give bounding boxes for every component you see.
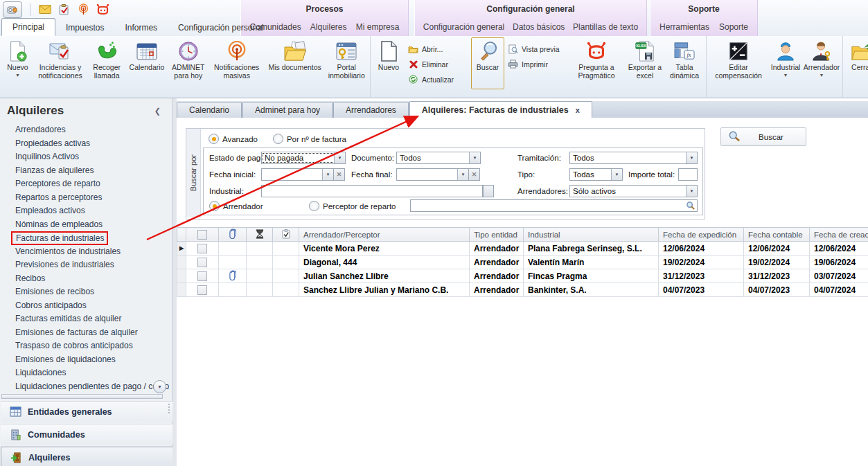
col-header-arrendador-perceptor[interactable]: Arrendador/Perceptor [299,228,470,242]
sidebar-item-empleados[interactable]: Empleados activos [0,204,172,218]
sidebar-item-facturas-emitidas[interactable]: Facturas emitidas de alquiler [0,312,172,326]
new-record-button[interactable]: Nuevo [373,37,405,89]
adminet-today-button[interactable]: ADMINET para hoy [168,37,209,89]
close-tab-icon[interactable]: x [576,106,580,114]
estado-de-pago-select[interactable]: No pagada ▼ [261,152,346,164]
edit-compensation-button[interactable]: Editar compensación [709,37,768,89]
industrial-button[interactable]: Industrial ▼ [768,37,803,89]
ribbon-tab-impuestos[interactable]: Impuestos [55,19,114,36]
row-checkbox[interactable] [186,283,219,297]
table-row[interactable]: Sanchez Llibre Julian y Mariano C.B. Arr… [177,283,868,297]
sidebar-item-cobros-anticipados[interactable]: Cobros anticipados [0,299,172,313]
collapse-sidebar-icon[interactable]: ❮ [154,107,161,116]
chevron-down-icon[interactable]: ▼ [469,152,480,163]
radio-por-numero-factura[interactable]: Por nº de factura [273,134,346,144]
table-row[interactable]: Julian Sanchez Llibre Arrendador Fincas … [177,269,868,283]
sidebar-item-previsiones[interactable]: Previsiones de industriales [0,258,172,272]
table-row[interactable]: Diagonal, 444 Arrendador Valentín Marín … [177,256,868,269]
delete-button[interactable]: Eliminar [405,57,471,71]
industrial-browse-button[interactable] [483,185,494,197]
radio-perceptor-de-reparto[interactable]: Perceptor de reparto [309,201,396,211]
sidebar-item-propiedades-activas[interactable]: Propiedades activas [0,137,172,151]
ribbon-tab-principal[interactable]: Principal [1,18,55,36]
open-button[interactable]: Abrir... [405,42,471,55]
arrendadores-select[interactable]: Sólo activos ▼ [569,185,698,197]
row-checkbox[interactable] [186,256,219,269]
industrial-input[interactable] [261,185,483,197]
scroll-down-circle-icon[interactable]: ▼ [153,380,166,393]
radio-arrendador[interactable]: Arrendador [209,201,263,211]
tab-adminet-para-hoy[interactable]: Adminet para hoy [242,102,333,118]
task-column-header[interactable] [273,228,299,242]
clear-fecha-inicial-icon[interactable]: ✕ [334,168,345,181]
tab-arrendadores[interactable]: Arrendadores [333,102,409,118]
ribbon-tab-configuracion-personal[interactable]: Configuración personal [168,19,274,36]
ribbon-tab-plantillas[interactable]: Plantillas de texto [570,22,641,32]
ribbon-tab-herramientas[interactable]: Herramientas [657,22,712,32]
sidebar-item-inquilinos-activos[interactable]: Inquilinos Activos [0,150,172,164]
mail-icon[interactable] [38,3,51,16]
sidebar-item-nominas[interactable]: Nóminas de empleados [0,218,172,232]
chevron-down-icon[interactable]: ▼ [686,152,697,163]
sidebar-item-emisiones-liquidaciones[interactable]: Emisiones de liquidaciones [0,353,172,367]
search-button[interactable]: Buscar [471,37,504,89]
tramitacion-select[interactable]: Todos ▼ [569,152,698,164]
drag-handle-dots[interactable] [168,404,170,413]
col-header-fecha-contable[interactable]: Fecha contable [744,228,810,242]
sidebar-item-emisiones-recibos[interactable]: Emisiones de recibos [0,285,172,299]
sidebar-item-fianzas[interactable]: Fianzas de alquileres [0,164,172,178]
chevron-down-icon[interactable]: ▼ [457,169,468,180]
sidebar-item-vencimientos[interactable]: Vencimientos de industriales [0,245,172,259]
pending-column-header[interactable] [247,228,273,242]
close-module-button[interactable]: Cerrar [845,37,868,89]
ribbon-tab-configuracion-general[interactable]: Configuración general [420,22,507,32]
chevron-down-icon[interactable]: ▼ [322,169,333,180]
sidebar-item-emisiones-facturas[interactable]: Emisiones de facturas de alquiler [0,326,172,340]
ribbon-tab-alquileres[interactable]: Alquileres [308,22,350,32]
ribbon-tab-mi-empresa[interactable]: Mi empresa [353,22,402,32]
app-phone-icon[interactable] [3,1,22,18]
fecha-inicial-input[interactable]: ▼ [261,168,334,181]
tipo-select[interactable]: Todas ▼ [569,168,623,181]
real-estate-portal-button[interactable]: Portal inmobiliario [325,37,368,89]
clear-fecha-final-icon[interactable]: ✕ [469,168,480,181]
sidebar-item-arrendadores[interactable]: Arrendadores [0,123,172,137]
pivot-table-button[interactable]: fx Tabla dinámica [665,37,704,89]
print-button[interactable]: Imprimir [504,57,568,71]
ribbon-tab-soporte[interactable]: Soporte [716,22,751,32]
preview-button[interactable]: Vista previa [504,42,568,55]
refresh-button[interactable]: Actualizar [405,73,471,86]
chevron-down-icon[interactable]: ▼ [334,152,345,163]
attachment-column-header[interactable] [219,228,247,242]
incidents-notifications-button[interactable]: Incidencias y notificaciones [33,37,87,89]
robot-icon[interactable] [96,3,109,16]
col-header-tipo-entidad[interactable]: Tipo entidad [470,228,524,242]
landlord-button[interactable]: Arrendador ▼ [803,37,840,89]
calendar-button[interactable]: Calendario [126,37,168,89]
chevron-down-icon[interactable]: ▼ [611,169,622,180]
mass-notifications-button[interactable]: Notificaciones masivas [209,37,265,89]
sidebar-item-traspaso-cobros[interactable]: Traspaso de cobros anticipados [0,339,172,353]
documento-select[interactable]: Todos ▼ [396,152,481,164]
sidebar-item-recibos[interactable]: Recibos [0,272,172,286]
col-header-fecha-creacion[interactable]: Fecha de creación [810,228,868,242]
row-checkbox[interactable] [186,242,219,256]
arrendador-search-input[interactable] [410,199,698,212]
row-checkbox[interactable] [186,269,219,283]
importe-total-input[interactable] [678,168,698,181]
radio-avanzado[interactable]: Avanzado [209,134,258,144]
my-documents-button[interactable]: Mis documentos [265,37,326,89]
chevron-down-icon[interactable]: ▼ [686,186,697,197]
sidebar-item-facturas-industriales[interactable]: Facturas de industriales [0,231,172,245]
ribbon-tab-datos-basicos[interactable]: Datos básicos [510,22,567,32]
sidebar-section-comunidades[interactable]: Comunidades [1,424,175,445]
ribbon-tab-informes[interactable]: Informes [114,19,168,36]
col-header-industrial[interactable]: Industrial [524,228,659,242]
export-excel-button[interactable]: XLSX Exportar a excel [625,37,665,89]
buscar-button[interactable]: Buscar [720,127,806,146]
tab-calendario[interactable]: Calendario [177,102,242,118]
broadcast-icon[interactable] [77,3,90,16]
sidebar-item-perceptores[interactable]: Perceptores de reparto [0,177,172,191]
tab-alquileres-facturas-industriales[interactable]: Alquileres: Facturas de industriales x [409,101,592,118]
ask-pragmatico-button[interactable]: Pregunta a Pragmático [568,37,625,89]
